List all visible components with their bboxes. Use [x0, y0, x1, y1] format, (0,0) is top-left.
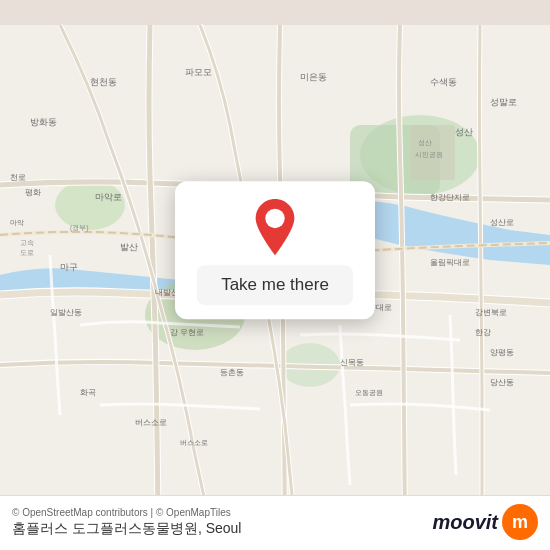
- svg-text:성산로: 성산로: [490, 218, 514, 227]
- svg-point-47: [265, 209, 284, 228]
- map-container: 방화동 현천동 파모모 미은동 수색동 성말로 천로 평화 마악 마악로 마구 …: [0, 0, 550, 550]
- svg-text:방화동: 방화동: [30, 117, 57, 127]
- svg-text:신목동: 신목동: [340, 358, 364, 367]
- bottom-bar: © OpenStreetMap contributors | © OpenMap…: [0, 495, 550, 550]
- svg-text:시민공원: 시민공원: [415, 151, 443, 159]
- moovit-icon: m: [502, 504, 538, 540]
- popup-card: Take me there: [175, 181, 375, 319]
- svg-text:수색동: 수색동: [430, 77, 457, 87]
- location-pin-icon: [249, 197, 301, 257]
- svg-text:한강단지로: 한강단지로: [430, 193, 470, 202]
- bottom-left-info: © OpenStreetMap contributors | © OpenMap…: [12, 507, 241, 538]
- moovit-logo-text: moovit: [432, 511, 498, 534]
- svg-text:강 우현로: 강 우현로: [170, 328, 204, 337]
- svg-text:파모모: 파모모: [185, 67, 212, 77]
- svg-text:발산: 발산: [120, 242, 138, 252]
- svg-point-3: [55, 180, 125, 230]
- svg-text:평화: 평화: [25, 188, 41, 197]
- svg-text:천로: 천로: [10, 173, 26, 182]
- svg-text:양평동: 양평동: [490, 348, 514, 357]
- svg-text:한강: 한강: [475, 328, 491, 337]
- moovit-logo: moovit m: [432, 504, 538, 540]
- svg-text:마악로: 마악로: [95, 192, 122, 202]
- svg-text:(경부): (경부): [70, 224, 89, 232]
- svg-text:성말로: 성말로: [490, 97, 517, 107]
- svg-text:마구: 마구: [60, 262, 78, 272]
- svg-text:성산: 성산: [455, 127, 473, 137]
- svg-text:당산동: 당산동: [490, 378, 514, 387]
- svg-text:올림픽대로: 올림픽대로: [430, 258, 470, 267]
- location-name: 홈플러스 도그플러스동물병원, Seoul: [12, 520, 241, 538]
- svg-text:오동공원: 오동공원: [355, 389, 383, 397]
- svg-text:버스소로: 버스소로: [180, 439, 208, 446]
- svg-text:성산: 성산: [418, 139, 432, 146]
- svg-text:등촌동: 등촌동: [220, 368, 244, 377]
- svg-text:도로: 도로: [20, 249, 34, 256]
- svg-text:화곡: 화곡: [80, 388, 96, 397]
- svg-text:마악: 마악: [10, 219, 24, 227]
- attribution-text: © OpenStreetMap contributors | © OpenMap…: [12, 507, 241, 518]
- svg-text:강변북로: 강변북로: [475, 308, 507, 317]
- svg-text:버스소로: 버스소로: [135, 418, 167, 427]
- svg-text:고속: 고속: [20, 239, 34, 247]
- svg-text:미은동: 미은동: [300, 72, 327, 82]
- svg-text:일발산동: 일발산동: [50, 308, 82, 317]
- svg-text:현천동: 현천동: [90, 77, 117, 87]
- take-me-there-button[interactable]: Take me there: [197, 265, 353, 305]
